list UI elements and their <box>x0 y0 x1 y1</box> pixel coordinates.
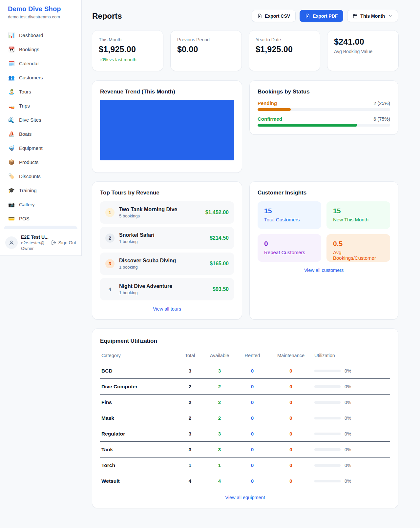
utilization-cell: 0% <box>313 442 390 457</box>
stat-label: Year to Date <box>256 37 313 42</box>
utilization-pct: 0% <box>345 416 351 421</box>
dive-mask-icon: 🤿 <box>8 146 15 151</box>
sidebar-item-tours[interactable]: 🏝️ Tours <box>4 85 77 99</box>
sidebar-item-dashboard[interactable]: 📊 Dashboard <box>4 28 77 42</box>
sidebar-item-label: Calendar <box>19 61 39 66</box>
stat-label: This Month <box>99 37 157 42</box>
tour-name: Two Tank Morning Dive <box>119 207 201 213</box>
sidebar-item-trips[interactable]: 🚤 Trips <box>4 99 77 113</box>
tour-amount: $165.00 <box>210 261 229 267</box>
column-header: Total <box>177 350 203 363</box>
utilization-cell: 0% <box>313 363 390 379</box>
credit-card-icon: 💳 <box>8 216 15 221</box>
insight-label: New This Month <box>333 217 384 222</box>
sidebar-item-calendar[interactable]: 🗓️ Calendar <box>4 56 77 71</box>
utilization-cell: 0% <box>313 379 390 395</box>
sidebar-item-label: Training <box>19 188 37 193</box>
category-cell: Dive Computer <box>100 379 177 395</box>
available-cell: 2 <box>203 379 236 395</box>
insight-label: Repeat Customers <box>264 250 315 255</box>
table-row: Fins 2 2 0 0 0% <box>100 395 390 410</box>
total-cell: 3 <box>177 363 203 379</box>
sidebar-item-equipment[interactable]: 🤿 Equipment <box>4 141 77 155</box>
column-header: Maintenance <box>269 350 313 363</box>
available-cell: 3 <box>203 363 236 379</box>
sidebar-item-boats[interactable]: ⛵ Boats <box>4 127 77 141</box>
sidebar-item-customers[interactable]: 👥 Customers <box>4 71 77 85</box>
maintenance-cell: 0 <box>269 426 313 442</box>
utilization-cell: 0% <box>313 426 390 442</box>
period-dropdown[interactable]: This Month <box>347 10 398 22</box>
table-row: Regulator 3 3 0 0 0% <box>100 426 390 442</box>
category-cell: Tank <box>100 442 177 457</box>
sidebar-item-gallery[interactable]: 📷 Gallery <box>4 197 77 212</box>
stat-value: $1,925.00 <box>256 45 313 54</box>
sign-out-button[interactable]: Sign Out <box>51 240 76 245</box>
tour-bookings: 1 booking <box>119 290 208 295</box>
export-pdf-label: Export PDF <box>313 13 338 19</box>
utilization-bar <box>314 480 341 482</box>
wave-icon: 🌊 <box>8 117 15 123</box>
utilization-pct: 0% <box>345 368 351 374</box>
tour-row: 3 Discover Scuba Diving 1 booking $165.0… <box>100 253 234 275</box>
utilization-pct: 0% <box>345 478 351 484</box>
rented-cell: 0 <box>236 395 269 410</box>
export-pdf-button[interactable]: Export PDF <box>300 10 343 22</box>
tour-bookings: 1 booking <box>119 265 205 270</box>
tour-amount: $93.50 <box>213 286 229 292</box>
avatar <box>5 236 18 249</box>
bookings-by-status-card: Bookings by Status Pending 2 (25%) Confi… <box>250 81 398 134</box>
export-csv-label: Export CSV <box>265 13 290 19</box>
tag-icon: 🏷️ <box>8 174 15 179</box>
table-row: BCD 3 3 0 0 0% <box>100 363 390 379</box>
equipment-table: Category Total Available Rented Maintena… <box>100 350 390 489</box>
sidebar-item-training[interactable]: 🎓 Training <box>4 183 77 197</box>
stat-value: $1,925.00 <box>99 45 157 54</box>
topbar: Reports Export CSV Export PDF <box>92 10 398 22</box>
total-cell: 4 <box>177 473 203 489</box>
stat-value: $241.00 <box>334 37 392 47</box>
user-section: E2E Test U... e2e-tester@... Owner Sign … <box>0 231 81 255</box>
export-csv-button[interactable]: Export CSV <box>252 10 296 22</box>
view-all-equipment-link[interactable]: View all equipment <box>100 495 390 500</box>
insight-tile-total-customers: 15 Total Customers <box>258 201 321 229</box>
sidebar-item-label: POS <box>19 216 30 221</box>
stat-value: $0.00 <box>177 45 235 54</box>
view-all-customers-link[interactable]: View all customers <box>258 268 390 273</box>
utilization-cell: 0% <box>313 457 390 473</box>
category-cell: Torch <box>100 457 177 473</box>
spiral-calendar-icon: 🗓️ <box>8 61 15 66</box>
table-header-row: Category Total Available Rented Maintena… <box>100 350 390 363</box>
sidebar-item-pos[interactable]: 💳 POS <box>4 212 77 226</box>
total-cell: 3 <box>177 442 203 457</box>
view-all-tours-link[interactable]: View all tours <box>100 306 234 312</box>
tour-list: 1 Two Tank Morning Dive 5 bookings $1,45… <box>100 201 234 300</box>
tour-name: Discover Scuba Diving <box>119 258 205 264</box>
column-header: Category <box>100 350 177 363</box>
revenue-trend-chart <box>100 100 234 165</box>
utilization-pct: 0% <box>345 384 351 389</box>
sidebar-item-reports-partial[interactable] <box>4 226 77 229</box>
available-cell: 2 <box>203 395 236 410</box>
utilization-bar <box>314 417 341 419</box>
top-tours-card: Top Tours by Revenue 1 Two Tank Morning … <box>92 182 242 319</box>
revenue-trend-card: Revenue Trend (This Month) <box>92 81 242 173</box>
equipment-utilization-title: Equipment Utilization <box>100 338 390 344</box>
calendar-icon <box>353 13 358 18</box>
sidebar-item-label: Discounts <box>19 173 41 179</box>
available-cell: 3 <box>203 442 236 457</box>
maintenance-cell: 0 <box>269 473 313 489</box>
bar-chart-icon: 📊 <box>8 33 15 38</box>
sidebar-item-bookings[interactable]: 📆 Bookings <box>4 42 77 56</box>
utilization-bar <box>314 433 341 435</box>
file-download-icon <box>305 13 310 18</box>
sidebar-item-label: Customers <box>19 75 43 80</box>
utilization-cell: 0% <box>313 395 390 410</box>
revenue-bar <box>100 100 234 160</box>
rented-cell: 0 <box>236 473 269 489</box>
sidebar-item-discounts[interactable]: 🏷️ Discounts <box>4 169 77 183</box>
sidebar-item-products[interactable]: 📦 Products <box>4 155 77 169</box>
sidebar-item-dive-sites[interactable]: 🌊 Dive Sites <box>4 113 77 127</box>
utilization-pct: 0% <box>345 400 351 405</box>
available-cell: 4 <box>203 473 236 489</box>
